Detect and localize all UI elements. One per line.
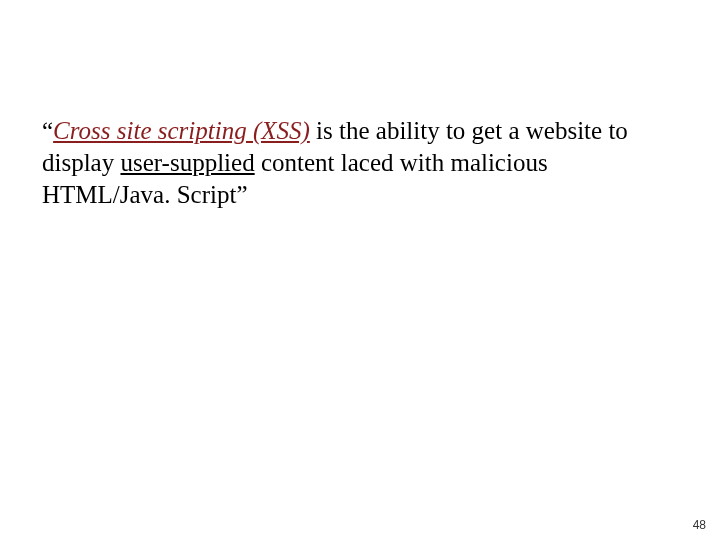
page-number: 48 — [693, 518, 706, 532]
slide: “Cross site scripting (XSS) is the abili… — [0, 0, 720, 540]
body-text: “Cross site scripting (XSS) is the abili… — [42, 115, 678, 211]
term-user-supplied: user-supplied — [120, 149, 254, 176]
quote-close: ” — [236, 181, 247, 208]
term-xss: Cross site scripting (XSS) — [53, 117, 310, 144]
quote-open: “ — [42, 117, 53, 144]
